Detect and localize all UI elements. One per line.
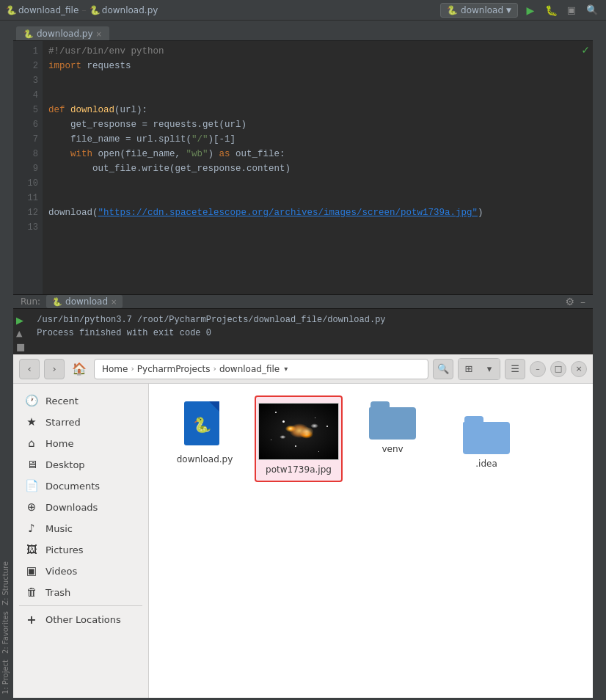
documents-icon: 📄	[25, 479, 38, 492]
sidebar-label-starred: Starred	[45, 417, 81, 428]
run-config-arrow: ▼	[506, 7, 511, 14]
run-tab[interactable]: 🐍 download ×	[46, 295, 123, 308]
code-line-1: #!/usr/bin/env python	[48, 44, 587, 59]
python-file-icon: 🐍	[184, 401, 225, 450]
fm-grid-view-button[interactable]: ⊞	[459, 359, 479, 379]
run-tab-close[interactable]: ×	[111, 298, 117, 306]
run-config-dropdown[interactable]: 🐍 download ▼	[440, 3, 518, 18]
title-file-icon: 🐍	[90, 5, 101, 15]
fm-sort-button[interactable]: ▾	[479, 359, 500, 379]
run-config-label: download	[461, 5, 503, 15]
tab-close-btn[interactable]: ×	[96, 30, 102, 38]
file-manager: ‹ › 🏠 Home › PycharmProjects › download_…	[13, 353, 593, 698]
fm-crumb-projects[interactable]: PycharmProjects	[134, 364, 213, 374]
sidebar-item-other[interactable]: + Other Locations	[16, 609, 145, 630]
run-settings-icon[interactable]: ⚙	[565, 296, 574, 307]
file-item-idea[interactable]: .idea	[442, 410, 530, 475]
file-item-download-py[interactable]: 🐍 download.py	[161, 395, 249, 482]
line-numbers: 12345 678910 111213	[13, 41, 43, 294]
sidebar-label-desktop: Desktop	[45, 459, 85, 470]
starred-icon: ★	[25, 415, 38, 429]
image-thumbnail	[258, 403, 339, 460]
run-header: Run: 🐍 download × ⚙ –	[13, 295, 593, 309]
title-sep: –	[81, 4, 87, 15]
fm-sidebar: 🕐 Recent ★ Starred ⌂ Home 🖥 Desktop	[13, 384, 149, 698]
project-tab[interactable]: 1: Project	[0, 657, 13, 697]
fm-content: 🐍 download.py	[149, 384, 593, 698]
desktop-icon: 🖥	[25, 458, 38, 471]
sidebar-item-recent[interactable]: 🕐 Recent	[16, 390, 145, 411]
run-label: Run:	[21, 296, 40, 307]
code-line-6: get_response = requests.get(url)	[48, 117, 587, 132]
favorites-tab[interactable]: 2: Favorites	[0, 608, 13, 657]
fm-breadcrumb: Home › PycharmProjects › download_file ▾	[94, 359, 428, 379]
sidebar-item-desktop[interactable]: 🖥 Desktop	[16, 454, 145, 475]
code-line-3	[48, 73, 587, 88]
file-name-download-py: download.py	[177, 454, 233, 464]
videos-icon: ▣	[25, 564, 38, 577]
code-line-10	[48, 176, 587, 191]
code-line-12: download("https://cdn.spacetelescope.org…	[48, 205, 587, 220]
sidebar-item-downloads[interactable]: ⊕ Downloads	[16, 497, 145, 517]
fm-crumb-dropdown-icon[interactable]: ▾	[282, 365, 289, 373]
fm-maximize-button[interactable]: □	[550, 361, 566, 377]
fm-list-view-button[interactable]: ☰	[505, 359, 525, 379]
fm-close-button[interactable]: ×	[571, 361, 587, 377]
debug-button[interactable]: 🐛	[543, 2, 559, 18]
folder-venv-icon	[369, 401, 416, 440]
run-button[interactable]: ▶	[522, 2, 539, 18]
code-content[interactable]: #!/usr/bin/env python import requests de…	[43, 41, 593, 294]
sidebar-item-home[interactable]: ⌂ Home	[16, 433, 145, 453]
sidebar-label-home: Home	[45, 438, 73, 449]
fm-search-button[interactable]: 🔍	[433, 359, 453, 379]
file-name-potw1739a: potw1739a.jpg	[266, 464, 332, 475]
file-item-venv[interactable]: venv	[348, 395, 437, 482]
title-project: download_file	[18, 5, 79, 15]
fm-crumb-folder[interactable]: download_file	[216, 364, 282, 374]
sidebar-label-other: Other Locations	[45, 614, 121, 625]
run-config-icon: 🐍	[447, 5, 458, 15]
trash-icon: 🗑	[25, 586, 38, 599]
folder-idea-icon	[463, 416, 510, 454]
sidebar-item-trash[interactable]: 🗑 Trash	[16, 582, 145, 602]
code-line-2: import requests	[48, 59, 587, 73]
code-line-13	[48, 220, 587, 235]
code-editor[interactable]: 12345 678910 111213 #!/usr/bin/env pytho…	[13, 41, 593, 294]
tab-icon: 🐍	[23, 29, 34, 39]
run-stop-icon[interactable]: ■	[16, 341, 25, 352]
music-icon: ♪	[25, 522, 38, 535]
structure-tab[interactable]: Z: Structure	[0, 558, 13, 608]
run-up-icon[interactable]: ▲	[16, 329, 25, 338]
run-tab-name: download	[65, 296, 108, 307]
other-icon: +	[25, 613, 38, 627]
sidebar-item-videos[interactable]: ▣ Videos	[16, 561, 145, 581]
sidebar-label-documents: Documents	[45, 481, 100, 492]
title-project-icon: 🐍	[6, 5, 17, 15]
run-minimize-icon[interactable]: –	[580, 296, 585, 307]
sidebar-item-starred[interactable]: ★ Starred	[16, 412, 145, 432]
run-play-icon[interactable]: ▶	[16, 315, 25, 326]
code-line-11	[48, 191, 587, 205]
fm-minimize-button[interactable]: –	[530, 361, 546, 377]
fm-toolbar: ‹ › 🏠 Home › PycharmProjects › download_…	[13, 354, 593, 384]
fm-forward-button[interactable]: ›	[44, 359, 65, 379]
fm-crumb-home[interactable]: Home	[99, 364, 131, 374]
sidebar-label-videos: Videos	[45, 566, 77, 577]
sidebar-item-pictures[interactable]: 🖼 Pictures	[16, 539, 145, 560]
code-line-9: out_file.write(get_response.content)	[48, 161, 587, 176]
coverage-button[interactable]: ▣	[563, 2, 580, 18]
fm-back-button[interactable]: ‹	[19, 359, 40, 379]
tab-label: download.py	[37, 29, 93, 39]
editor-tab-download[interactable]: 🐍 download.py ×	[16, 26, 109, 40]
sidebar-label-music: Music	[45, 523, 73, 534]
code-line-4	[48, 88, 587, 103]
pictures-icon: 🖼	[25, 543, 38, 556]
recent-icon: 🕐	[25, 394, 38, 407]
sidebar-item-music[interactable]: ♪ Music	[16, 518, 145, 539]
titlebar: 🐍 download_file – 🐍 download.py 🐍 downlo…	[0, 0, 606, 21]
file-item-potw1739a[interactable]: potw1739a.jpg	[255, 395, 343, 482]
search-button[interactable]: 🔍	[584, 2, 600, 18]
sidebar-item-documents[interactable]: 📄 Documents	[16, 475, 145, 496]
sidebar-label-recent: Recent	[45, 395, 79, 406]
fm-home-button[interactable]: 🏠	[69, 359, 90, 379]
